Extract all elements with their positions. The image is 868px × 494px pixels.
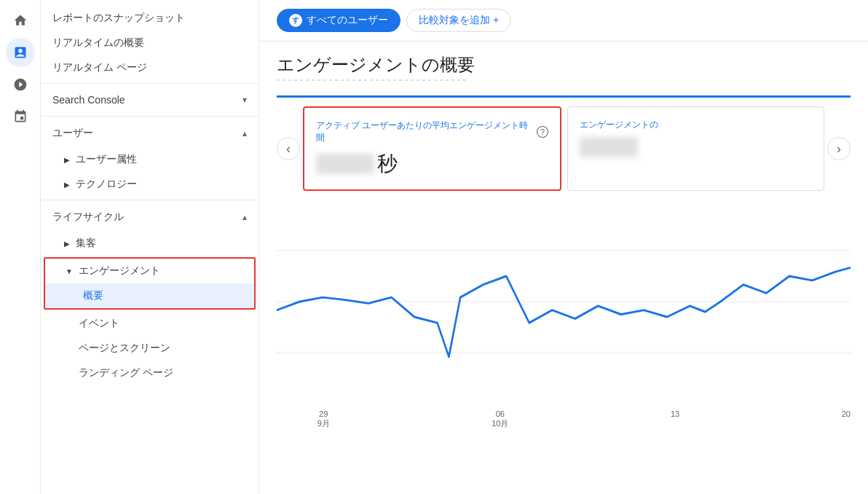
engagement-chart: [277, 200, 851, 404]
sidebar-item-technology[interactable]: ▶ テクノロジー: [41, 172, 259, 197]
metric-indicator-line: [277, 95, 851, 98]
expand-icon: ▶: [64, 156, 70, 164]
expand-icon: ▶: [64, 181, 70, 189]
chart-container: 29 9月 06 10月 13 20: [259, 194, 868, 494]
sidebar-item-acquisition[interactable]: ▶ 集客: [41, 231, 259, 256]
metric-blurred-value-2: [580, 137, 638, 157]
sidebar-section-user[interactable]: ユーザー ▴: [41, 119, 259, 147]
sidebar-section-lifecycle[interactable]: ライフサイクル ▴: [41, 203, 259, 231]
chevron-up-icon-2: ▴: [242, 212, 247, 222]
divider-2: [41, 116, 259, 117]
add-comparison-button[interactable]: 比較対象を追加 +: [406, 9, 511, 32]
metrics-cards: アクティブ ユーザーあたりの平均エンゲージメント時間 ? 秒 エンゲージメントの: [300, 103, 827, 194]
metrics-container: ‹ アクティブ ユーザーあたりの平均エンゲージメント時間 ? 秒 エンゲージメン…: [259, 103, 868, 194]
sidebar: レポートのスナップショット リアルタイムの概要 リアルタイム ページ Searc…: [41, 0, 259, 494]
x-label-06: 06 10月: [492, 409, 508, 429]
explore-icon[interactable]: [6, 70, 35, 99]
sidebar-item-pages-screens[interactable]: ページとスクリーン: [41, 336, 259, 361]
expand-icon-engagement: ▼: [66, 267, 73, 275]
sidebar-item-realtime-page[interactable]: リアルタイム ページ: [41, 55, 259, 80]
icon-bar: [0, 0, 41, 494]
page-title-underline: [277, 79, 466, 81]
sidebar-item-overview[interactable]: 概要: [45, 283, 254, 308]
sidebar-item-user-demographics[interactable]: ▶ ユーザー属性: [41, 147, 259, 172]
metric-label-1: アクティブ ユーザーあたりの平均エンゲージメント時間 ?: [316, 119, 548, 144]
prev-arrow[interactable]: ‹: [277, 137, 300, 160]
metric-card-engagement-time: アクティブ ユーザーあたりの平均エンゲージメント時間 ? 秒: [303, 106, 561, 191]
page-title: エンゲージメントの概要: [277, 53, 851, 77]
sidebar-item-events[interactable]: イベント: [41, 311, 259, 336]
top-bar: す すべてのユーザー 比較対象を追加 +: [259, 0, 868, 42]
question-icon[interactable]: ?: [537, 126, 548, 138]
metric-value-1: 秒: [316, 150, 548, 178]
sidebar-item-landing-pages[interactable]: ランディング ページ: [41, 361, 259, 385]
reports-icon[interactable]: [6, 38, 35, 67]
x-label-20: 20: [842, 409, 851, 429]
chevron-down-icon: ▾: [242, 95, 247, 105]
metric-value-2: [580, 137, 812, 157]
sidebar-section-search-console[interactable]: Search Console ▾: [41, 87, 259, 113]
x-label-13: 13: [671, 409, 679, 429]
metric-label-2: エンゲージメントの: [580, 119, 812, 131]
x-label-29: 29 9月: [317, 409, 330, 429]
page-header: エンゲージメントの概要: [259, 42, 868, 95]
sidebar-item-engagement[interactable]: ▼ エンゲージメント: [45, 259, 254, 283]
x-axis-labels: 29 9月 06 10月 13 20: [277, 407, 851, 432]
main-content: す すべてのユーザー 比較対象を追加 + エンゲージメントの概要 ‹ アクティブ…: [259, 0, 868, 494]
divider-1: [41, 83, 259, 84]
sidebar-item-realtime-overview[interactable]: リアルタイムの概要: [41, 31, 259, 55]
all-users-button[interactable]: す すべてのユーザー: [277, 9, 401, 32]
divider-3: [41, 200, 259, 200]
home-icon[interactable]: [6, 6, 35, 35]
chevron-up-icon: ▴: [242, 128, 247, 138]
metric-card-2: エンゲージメントの: [567, 106, 824, 191]
metric-blurred-value: [316, 154, 374, 174]
sidebar-item-snapshot[interactable]: レポートのスナップショット: [41, 6, 259, 31]
advertising-icon[interactable]: [6, 102, 35, 131]
expand-icon-acquisition: ▶: [64, 240, 70, 248]
next-arrow[interactable]: ›: [827, 137, 851, 160]
